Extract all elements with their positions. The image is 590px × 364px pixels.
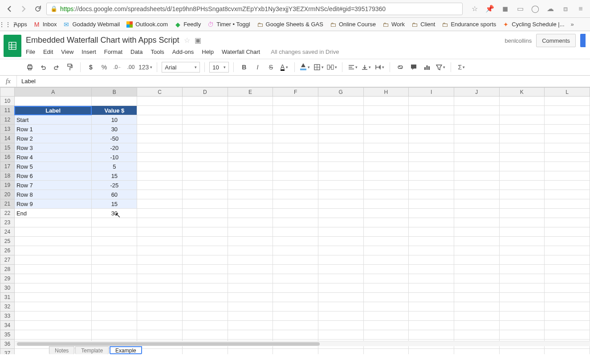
cell-D30[interactable]	[182, 283, 228, 293]
cell-J31[interactable]	[454, 293, 499, 302]
cell-B25[interactable]	[92, 237, 137, 246]
row-header[interactable]: 12	[0, 115, 15, 125]
cell-G16[interactable]	[318, 153, 363, 162]
cell-H12[interactable]	[363, 115, 409, 125]
circle-icon[interactable]: ◯	[529, 3, 541, 15]
cell-J14[interactable]	[454, 134, 499, 143]
cell-H29[interactable]	[363, 274, 409, 283]
bookmarks-overflow[interactable]: »	[571, 21, 574, 28]
cell-G35[interactable]	[318, 330, 363, 340]
cell-G30[interactable]	[318, 283, 363, 293]
cell-L21[interactable]	[545, 199, 590, 209]
cell-B33[interactable]	[92, 311, 137, 321]
cell-B15[interactable]: -20	[92, 143, 137, 153]
cell-J33[interactable]	[454, 311, 499, 321]
cell-D22[interactable]	[182, 209, 228, 218]
cell-G11[interactable]	[318, 106, 363, 115]
cell-F28[interactable]	[273, 265, 318, 274]
cell-E10[interactable]	[228, 97, 273, 106]
cell-G31[interactable]	[318, 293, 363, 302]
undo-icon[interactable]	[37, 61, 49, 73]
cell-A12[interactable]: Start	[14, 115, 92, 125]
cell-G34[interactable]	[318, 321, 363, 330]
cell-F33[interactable]	[273, 311, 318, 321]
forward-button[interactable]	[18, 3, 29, 15]
cell-L32[interactable]	[545, 302, 590, 311]
cell-B28[interactable]	[92, 265, 137, 274]
menu-add-ons[interactable]: Add-ons	[172, 49, 194, 55]
cell-C30[interactable]	[137, 283, 183, 293]
formula-bar[interactable]: fx Label	[0, 76, 590, 87]
reload-button[interactable]	[32, 3, 44, 15]
cell-D12[interactable]	[182, 115, 228, 125]
cell-E37[interactable]	[228, 349, 273, 355]
cell-G12[interactable]	[318, 115, 363, 125]
cell-A24[interactable]	[14, 227, 92, 237]
column-header-G[interactable]: G	[318, 88, 363, 97]
cell-I32[interactable]	[409, 302, 454, 311]
cell-I11[interactable]	[409, 106, 454, 115]
cell-E15[interactable]	[228, 143, 273, 153]
bookmark-item[interactable]: 🗀Endurance sports	[441, 21, 496, 28]
column-header-L[interactable]: L	[545, 88, 590, 97]
cell-G24[interactable]	[318, 227, 363, 237]
cell-D28[interactable]	[182, 265, 228, 274]
cell-I34[interactable]	[409, 321, 454, 330]
cell-L30[interactable]	[545, 283, 590, 293]
cell-F24[interactable]	[273, 227, 318, 237]
cell-J30[interactable]	[454, 283, 499, 293]
cell-H33[interactable]	[363, 311, 409, 321]
row-header[interactable]: 20	[0, 190, 15, 199]
cell-L33[interactable]	[545, 311, 590, 321]
cell-K31[interactable]	[499, 293, 545, 302]
cell-J37[interactable]	[454, 349, 499, 355]
insert-chart-icon[interactable]	[421, 61, 433, 73]
cell-C21[interactable]	[137, 199, 183, 209]
cell-D18[interactable]	[182, 171, 228, 181]
cell-J20[interactable]	[454, 190, 499, 199]
cell-K24[interactable]	[499, 227, 545, 237]
comments-button[interactable]: Comments	[536, 34, 576, 47]
cell-J29[interactable]	[454, 274, 499, 283]
paint-format-icon[interactable]	[64, 61, 76, 73]
cell-K11[interactable]	[499, 106, 545, 115]
row-header[interactable]: 34	[0, 321, 15, 330]
cell-B21[interactable]: 15	[92, 199, 137, 209]
cell-L31[interactable]	[545, 293, 590, 302]
cell-A28[interactable]	[14, 265, 92, 274]
cell-I19[interactable]	[409, 181, 454, 190]
cell-I15[interactable]	[409, 143, 454, 153]
cell-B18[interactable]: 15	[92, 171, 137, 181]
italic-button[interactable]: I	[252, 61, 263, 73]
cell-D10[interactable]	[182, 97, 228, 106]
cell-K17[interactable]	[499, 162, 545, 171]
cell-G23[interactable]	[318, 218, 363, 227]
cell-D31[interactable]	[182, 293, 228, 302]
cell-A29[interactable]	[14, 274, 92, 283]
bookmark-item[interactable]: MInbox	[33, 21, 57, 28]
row-header[interactable]: 11	[0, 106, 15, 115]
sheet-tab-notes[interactable]: Notes	[49, 346, 74, 354]
cell-I30[interactable]	[409, 283, 454, 293]
cell-D34[interactable]	[182, 321, 228, 330]
page-icon[interactable]: ▭	[514, 3, 526, 15]
cell-C32[interactable]	[137, 302, 183, 311]
cell-H13[interactable]	[363, 125, 409, 134]
menu-format[interactable]: Format	[104, 49, 122, 55]
cell-E26[interactable]	[228, 246, 273, 255]
cell-D11[interactable]	[182, 106, 228, 115]
cell-F25[interactable]	[273, 237, 318, 246]
cell-J27[interactable]	[454, 255, 499, 265]
cell-K27[interactable]	[499, 255, 545, 265]
cell-A31[interactable]	[14, 293, 92, 302]
vertical-align-button[interactable]: ▾	[360, 61, 372, 73]
row-header[interactable]: 30	[0, 283, 15, 293]
cell-L15[interactable]	[545, 143, 590, 153]
cell-F15[interactable]	[273, 143, 318, 153]
cell-H37[interactable]	[363, 349, 409, 355]
cell-L37[interactable]	[545, 349, 590, 355]
cell-H22[interactable]	[363, 209, 409, 218]
cell-F11[interactable]	[273, 106, 318, 115]
cell-B35[interactable]	[92, 330, 137, 340]
cell-G19[interactable]	[318, 181, 363, 190]
